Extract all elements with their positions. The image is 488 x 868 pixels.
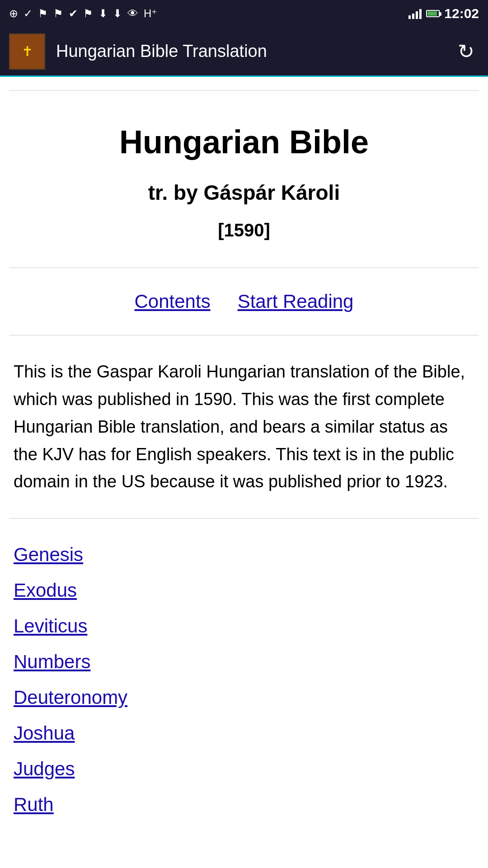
clock: 12:02 [444, 6, 479, 21]
list-item: Judges [14, 751, 474, 787]
book-link-genesis[interactable]: Genesis [14, 544, 83, 565]
refresh-button[interactable]: ↻ [453, 35, 479, 67]
status-icons-right: 12:02 [408, 6, 479, 21]
list-item: Deuteronomy [14, 679, 474, 715]
book-link-judges[interactable]: Judges [14, 758, 75, 779]
signal-boost-icon: H⁺ [144, 7, 157, 20]
app-bar: ✝ Hungarian Bible Translation ↻ [0, 27, 488, 77]
eye-icon: 👁 [127, 7, 138, 20]
contents-link[interactable]: Contents [135, 291, 211, 312]
download-icon-2: ⬇ [113, 7, 122, 20]
divider-list-top [9, 518, 479, 519]
list-item: Joshua [14, 715, 474, 751]
check-icon: ✓ [23, 7, 33, 20]
book-list: GenesisExodusLeviticusNumbersDeuteronomy… [9, 532, 479, 827]
book-year: [1590] [9, 216, 479, 254]
main-content: Hungarian Bible tr. by Gáspár Károli [15… [0, 90, 488, 827]
app-icon: ✝ [9, 33, 45, 70]
status-icons-left: ⊕ ✓ ⚑ ⚑ ✔ ⚑ ⬇ ⬇ 👁 H⁺ [9, 7, 157, 20]
description-text: This is the Gaspar Karoli Hungarian tran… [9, 349, 479, 505]
book-link-numbers[interactable]: Numbers [14, 651, 90, 672]
flag-icon-1: ⚑ [38, 7, 48, 20]
bible-cross-icon: ✝ [22, 43, 33, 59]
download-icon-1: ⬇ [99, 7, 108, 20]
add-icon: ⊕ [9, 7, 18, 20]
book-link-joshua[interactable]: Joshua [14, 722, 75, 744]
list-item: Leviticus [14, 608, 474, 644]
nav-links: Contents Start Reading [9, 282, 479, 321]
divider-nav-bottom [9, 335, 479, 335]
list-item: Numbers [14, 644, 474, 679]
status-bar: ⊕ ✓ ⚑ ⚑ ✔ ⚑ ⬇ ⬇ 👁 H⁺ 12:02 [0, 0, 488, 27]
app-bar-title: Hungarian Bible Translation [56, 42, 453, 61]
start-reading-link[interactable]: Start Reading [238, 291, 354, 312]
list-item: Ruth [14, 787, 474, 822]
battery-icon [426, 10, 440, 17]
book-link-deuteronomy[interactable]: Deuteronomy [14, 687, 127, 708]
list-item: Exodus [14, 572, 474, 608]
book-translator: tr. by Gáspár Károli [9, 170, 479, 216]
book-link-leviticus[interactable]: Leviticus [14, 615, 87, 637]
divider-nav-top [9, 268, 479, 268]
signal-bars [408, 8, 422, 19]
flag-icon-3: ⚑ [83, 7, 93, 20]
book-title: Hungarian Bible [9, 104, 479, 170]
divider-top [9, 90, 479, 91]
flag-icon-2: ⚑ [53, 7, 63, 20]
book-link-exodus[interactable]: Exodus [14, 580, 77, 601]
book-link-ruth[interactable]: Ruth [14, 794, 54, 815]
checkmark-icon: ✔ [69, 7, 78, 20]
list-item: Genesis [14, 537, 474, 572]
